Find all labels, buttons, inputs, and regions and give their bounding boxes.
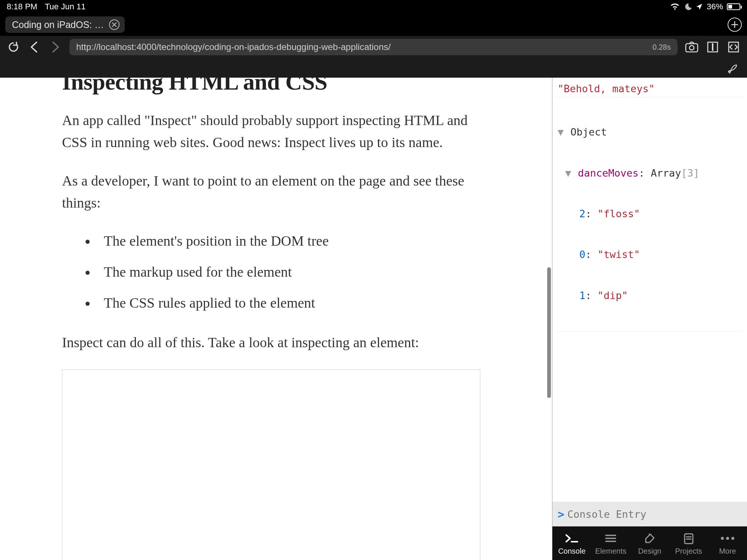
camera-icon[interactable] <box>685 40 698 54</box>
tab-design[interactable]: Design <box>630 526 669 560</box>
forward-icon[interactable] <box>49 40 62 54</box>
list-item: The CSS rules applied to the element <box>96 292 468 314</box>
tab-title: Coding on iPadOS: D… <box>12 19 104 30</box>
projects-icon <box>683 531 694 545</box>
page-paragraph: An app called "Inspect" should probably … <box>62 109 468 153</box>
console-array-index: 2 <box>579 208 585 220</box>
console-object-label: Object <box>570 126 607 138</box>
wifi-icon <box>670 3 680 10</box>
tab-more[interactable]: More <box>708 526 747 560</box>
devtools-secondary-bar <box>0 58 747 78</box>
run-icon[interactable] <box>726 62 738 74</box>
console-array-index: 0 <box>579 249 585 260</box>
reload-icon[interactable] <box>7 40 20 54</box>
list-item: The markup used for the element <box>96 261 468 283</box>
image-placeholder <box>62 370 480 560</box>
svg-rect-0 <box>686 44 698 52</box>
console-array-value: "floss" <box>598 208 640 220</box>
battery-percent: 36% <box>707 2 723 12</box>
list-item: The element's position in the DOM tree <box>96 230 468 252</box>
status-time: 8:18 PM <box>7 2 37 12</box>
tab-elements[interactable]: Elements <box>591 526 630 560</box>
url-bar[interactable]: http://localhost:4000/technology/coding-… <box>69 39 678 55</box>
back-icon[interactable] <box>28 40 41 54</box>
url-text: http://localhost:4000/technology/coding-… <box>76 42 649 52</box>
devtools-tabbar: Console Elements Design Projects <box>552 526 747 560</box>
new-tab-button[interactable] <box>728 18 742 32</box>
console-icon <box>565 531 579 545</box>
devtools-panel: "Behold, mateys" ▼ Object ▼ danceMoves: … <box>552 78 747 560</box>
main-area: Inspecting HTML and CSS An app called "I… <box>0 78 747 560</box>
console-prop-type: Array <box>651 167 681 179</box>
toolbar: http://localhost:4000/technology/coding-… <box>0 36 747 58</box>
scrollbar[interactable] <box>547 267 551 398</box>
status-bar: 8:18 PM Tue Jun 11 36% <box>0 0 747 13</box>
status-date: Tue Jun 11 <box>45 2 86 12</box>
tab-label: Design <box>638 547 661 556</box>
battery-icon <box>727 3 740 10</box>
svg-rect-3 <box>712 43 713 51</box>
console-prop-len: [3] <box>681 167 700 179</box>
tab-console[interactable]: Console <box>552 526 591 560</box>
tab-label: Projects <box>675 547 702 556</box>
browser-tab[interactable]: Coding on iPadOS: D… <box>5 16 125 33</box>
console-input-row[interactable]: > <box>552 502 747 526</box>
tab-label: Elements <box>595 547 626 556</box>
page-preview[interactable]: Inspecting HTML and CSS An app called "I… <box>0 78 552 560</box>
tab-label: Console <box>558 547 585 556</box>
console-array-value: "dip" <box>598 290 628 301</box>
tab-bar: Coding on iPadOS: D… <box>0 13 747 36</box>
console-log: "Behold, mateys" <box>558 83 655 94</box>
close-tab-icon[interactable] <box>109 19 120 30</box>
console-array-value: "twist" <box>598 249 640 260</box>
design-icon <box>644 531 656 545</box>
moon-icon <box>684 3 692 11</box>
tab-projects[interactable]: Projects <box>669 526 708 560</box>
console-array-index: 1 <box>579 290 585 301</box>
svg-point-1 <box>689 46 694 50</box>
page-paragraph: Inspect can do all of this. Take a look … <box>62 332 468 354</box>
console-prop-name: danceMoves <box>578 167 639 179</box>
panel-toggle-icon[interactable] <box>706 40 719 54</box>
chevron-right-icon: > <box>558 508 564 521</box>
device-toggle-icon[interactable] <box>727 40 740 54</box>
page-paragraph: As a developer, I want to point to an el… <box>62 170 468 214</box>
elements-icon <box>604 531 617 545</box>
tab-label: More <box>719 547 736 556</box>
location-icon <box>695 3 703 10</box>
more-icon <box>721 531 734 545</box>
load-time: 0.28s <box>653 43 671 52</box>
page-list: The element's position in the DOM tree T… <box>96 230 468 314</box>
console-output[interactable]: "Behold, mateys" ▼ Object ▼ danceMoves: … <box>552 78 747 502</box>
page-heading: Inspecting HTML and CSS <box>62 78 468 95</box>
disclosure-triangle-icon[interactable]: ▼ <box>565 167 572 180</box>
console-input[interactable] <box>567 508 742 520</box>
disclosure-triangle-icon[interactable]: ▼ <box>558 125 564 139</box>
